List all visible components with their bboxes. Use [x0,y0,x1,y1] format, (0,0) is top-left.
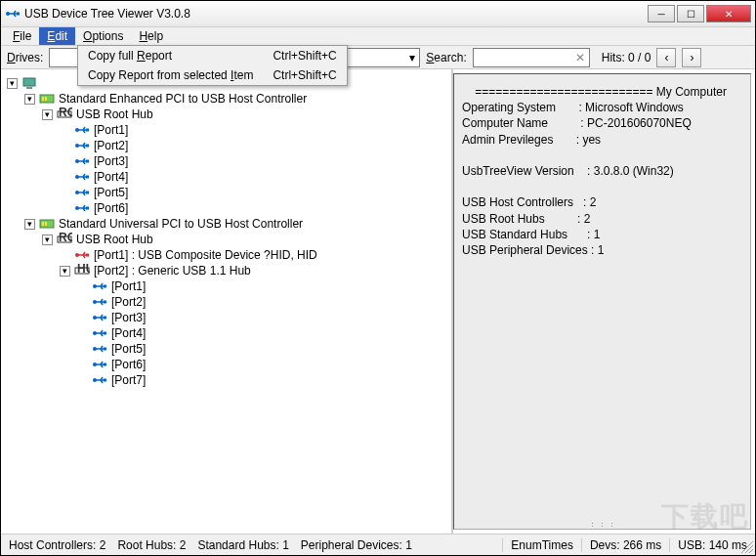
usb-icon [74,122,90,138]
tree-row[interactable]: [Port2] [7,138,451,153]
status-root-hubs: Root Hubs: 2 [117,538,186,552]
status-host-controllers: Host Controllers: 2 [9,538,105,552]
menu-help[interactable]: Help [131,27,171,45]
usb-icon [74,200,90,216]
tree-node-label: [Port3] [111,311,146,324]
expander-icon[interactable]: ▾ [42,109,53,120]
tree-node-label: [Port1] [111,279,146,293]
tree-row[interactable]: [Port6] [7,200,451,216]
search-input[interactable]: ✕ [473,48,590,67]
maximize-button[interactable]: ☐ [677,5,704,22]
tree-node-label: [Port7] [111,373,146,387]
window-title: USB Device Tree Viewer V3.0.8 [24,7,648,21]
tree-row[interactable]: [Port7] [7,372,451,388]
search-label: Search: [426,51,466,64]
controller-icon [39,91,55,107]
usb-icon [74,138,90,153]
controller-icon [39,216,55,232]
prev-button[interactable]: ‹ [656,48,676,67]
tree-row[interactable]: [Port4] [7,325,451,341]
expander-icon[interactable]: ▾ [60,266,70,277]
minimize-button[interactable]: ─ [648,5,675,22]
usb-icon [92,294,107,310]
hits-label: Hits: 0 / 0 [602,51,651,64]
status-standard-hubs: Standard Hubs: 1 [197,538,288,552]
menubar: File Edit Options Help [1,27,755,46]
composite-icon [74,247,90,263]
tree-node-label: [Port2] [111,295,146,309]
tree-node-label: Standard Universal PCI to USB Host Contr… [59,217,303,231]
tree-row[interactable]: [Port1] [7,278,451,294]
menu-copy-full-report[interactable]: Copy full ReportCtrl+Shift+C [78,46,347,65]
tree-row[interactable]: ▾Standard Enhanced PCI to USB Host Contr… [7,91,451,107]
drives-label: Drives: [7,51,43,64]
tree-node-label: [Port6] [94,201,128,215]
roothub-icon [57,107,72,122]
hub-icon [74,263,90,278]
usb-icon [92,325,107,341]
tree-node-label: Standard Enhanced PCI to USB Host Contro… [59,92,307,106]
tree-node-label: [Port6] [111,358,146,371]
clear-icon[interactable]: ✕ [575,51,585,64]
scroll-grip-icon[interactable]: ⋮⋮⋮ [588,521,617,527]
tree-node-label: [Port4] [111,326,146,340]
tree-node-label: [Port5] [111,342,146,356]
tree-row[interactable]: [Port1] : USB Composite Device ?HID, HID [7,247,451,263]
tree-row[interactable]: [Port3] [7,153,451,169]
tree-row[interactable]: [Port6] [7,357,451,372]
tree-node-label: [Port3] [94,154,128,168]
usb-icon [92,372,107,388]
tree-node-label: [Port1] : USB Composite Device ?HID, HID [94,248,317,262]
usb-icon [92,341,107,357]
expander-icon[interactable]: ▾ [42,235,53,245]
tree-node-label: [Port4] [94,170,128,184]
device-tree[interactable]: ▾▾Standard Enhanced PCI to USB Host Cont… [1,69,453,534]
tree-node-label: [Port2] [94,139,128,152]
info-text: ========================== My Computer O… [462,84,742,258]
status-enum: EnumTimes [502,538,573,552]
chevron-down-icon: ▾ [409,51,415,64]
expander-icon[interactable]: ▾ [7,78,18,89]
expander-icon[interactable]: ▾ [24,94,35,105]
usb-icon [92,278,107,294]
menu-options[interactable]: Options [75,27,131,45]
menu-edit[interactable]: Edit [39,27,75,45]
tree-row[interactable]: [Port3] [7,310,451,325]
titlebar: USB Device Tree Viewer V3.0.8 ─ ☐ ✕ [1,1,755,27]
tree-row[interactable]: [Port5] [7,185,451,200]
tree-row[interactable]: [Port4] [7,169,451,185]
expander-icon[interactable]: ▾ [24,219,35,230]
next-button[interactable]: › [682,48,701,67]
tree-node-label: USB Root Hub [76,233,153,246]
status-peripheral: Peripheral Devices: 1 [301,538,412,552]
menu-file[interactable]: File [5,27,39,45]
tree-node-label: [Port2] : Generic USB 1.1 Hub [94,264,251,278]
app-icon [5,6,21,21]
roothub-icon [57,232,72,247]
tree-node-label: [Port1] [94,123,128,137]
tree-row[interactable]: [Port2] [7,294,451,310]
usb-icon [92,357,107,372]
status-usb: USB: 140 ms [669,538,747,552]
tree-row[interactable]: ▾USB Root Hub [7,107,451,122]
usb-icon [74,185,90,200]
statusbar: Host Controllers: 2 Root Hubs: 2 Standar… [1,534,755,555]
computer-icon [21,75,37,91]
usb-icon [74,169,90,185]
tree-row[interactable]: ▾[Port2] : Generic USB 1.1 Hub [7,263,451,278]
tree-node-label: USB Root Hub [76,107,153,121]
usb-icon [74,153,90,169]
edit-dropdown: Copy full ReportCtrl+Shift+C Copy Report… [77,45,348,86]
resize-grip-icon[interactable] [739,539,753,553]
tree-row[interactable]: ▾Standard Universal PCI to USB Host Cont… [7,216,451,232]
status-devs: Devs: 266 ms [581,538,661,552]
tree-node-label: [Port5] [94,186,128,199]
tree-row[interactable]: ▾USB Root Hub [7,232,451,247]
tree-row[interactable]: [Port1] [7,122,451,138]
menu-copy-selected-item[interactable]: Copy Report from selected ItemCtrl+Shift… [78,65,347,85]
tree-row[interactable]: [Port5] [7,341,451,357]
watermark: 下载吧 [661,498,749,535]
close-button[interactable]: ✕ [706,5,751,22]
info-panel[interactable]: ========================== My Computer O… [453,73,751,530]
usb-icon [92,310,107,325]
